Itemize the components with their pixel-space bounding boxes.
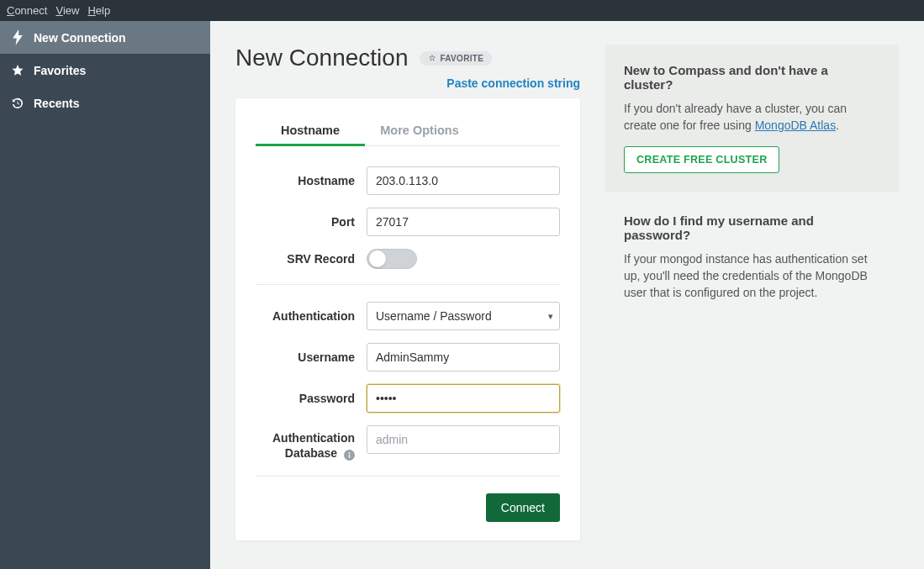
info-icon[interactable] [344, 449, 355, 460]
connect-button[interactable]: Connect [486, 493, 560, 522]
sidebar-item-label: New Connection [34, 31, 126, 45]
credentials-info-panel: How do I find my username and password? … [605, 210, 899, 305]
sidebar-item-new-connection[interactable]: New Connection [0, 21, 210, 54]
hostname-input[interactable] [367, 166, 560, 195]
page-title: New Connection [235, 45, 408, 71]
menu-view[interactable]: View [55, 4, 79, 17]
srv-toggle[interactable] [367, 249, 417, 269]
cluster-info-title: New to Compass and don't have a cluster? [624, 63, 880, 92]
divider [256, 284, 560, 285]
authentication-select[interactable]: Username / Password [367, 302, 560, 330]
toggle-knob [369, 250, 386, 267]
create-free-cluster-button[interactable]: CREATE FREE CLUSTER [624, 146, 779, 173]
credentials-info-title: How do I find my username and password? [624, 213, 880, 242]
bolt-icon [12, 32, 24, 44]
password-label: Password [256, 391, 367, 406]
divider [256, 476, 560, 477]
favorite-badge[interactable]: FAVORITE [420, 51, 492, 66]
tab-more-options[interactable]: More Options [365, 117, 474, 145]
username-label: Username [256, 350, 367, 365]
favorite-label: FAVORITE [440, 54, 483, 63]
cluster-info-text: If you don't already have a cluster, you… [624, 100, 880, 134]
cluster-info-panel: New to Compass and don't have a cluster?… [605, 45, 899, 192]
mongodb-atlas-link[interactable]: MongoDB Atlas [755, 119, 837, 132]
credentials-info-text: If your mongod instance has authenticati… [624, 250, 880, 302]
tabs: Hostname More Options [256, 117, 560, 146]
auth-db-input[interactable] [367, 425, 560, 454]
username-input[interactable] [367, 343, 560, 371]
star-outline-icon [428, 54, 436, 62]
hostname-label: Hostname [256, 173, 367, 188]
sidebar-item-recents[interactable]: Recents [0, 87, 210, 119]
connection-card: Hostname More Options Hostname Port [235, 98, 580, 540]
sidebar-item-favorites[interactable]: Favorites [0, 54, 210, 87]
content-area: New Connection FAVORITE Paste connection… [210, 21, 924, 569]
tab-hostname[interactable]: Hostname [256, 117, 365, 145]
port-label: Port [256, 214, 367, 229]
star-icon [12, 65, 24, 76]
password-input[interactable] [367, 384, 560, 413]
auth-db-label: Authentication Database [256, 425, 367, 461]
authentication-label: Authentication [256, 308, 367, 324]
menubar: Connect View Help [0, 0, 924, 21]
history-icon [12, 97, 24, 109]
sidebar-item-label: Recents [34, 97, 79, 110]
menu-connect[interactable]: Connect [7, 4, 47, 17]
sidebar-item-label: Favorites [34, 64, 86, 77]
srv-label: SRV Record [256, 251, 367, 266]
menu-help[interactable]: Help [87, 4, 110, 17]
sidebar: New Connection Favorites Recents [0, 21, 210, 569]
port-input[interactable] [367, 208, 560, 236]
paste-connection-string-link[interactable]: Paste connection string [446, 76, 580, 90]
